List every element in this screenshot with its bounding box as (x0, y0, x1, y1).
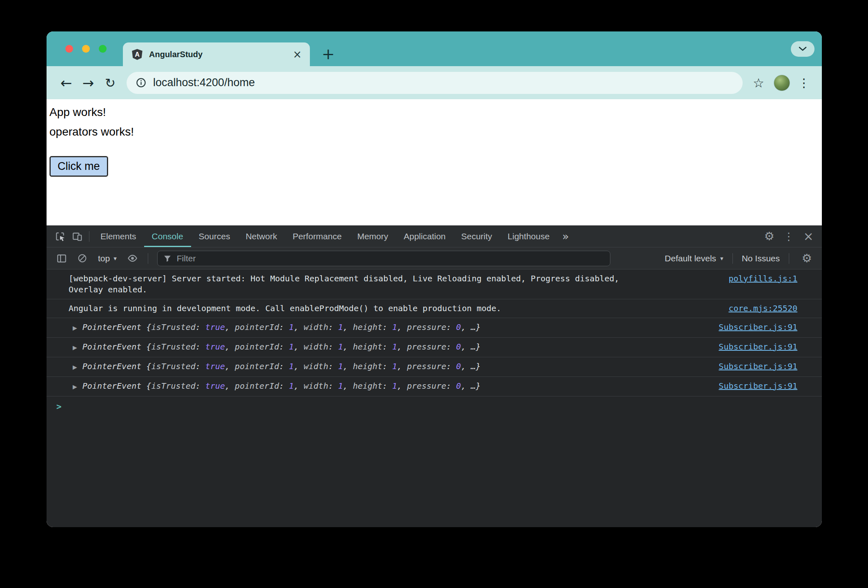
console-sidebar-toggle-button[interactable] (53, 250, 70, 267)
browser-window: A AngularStudy × + ← → ↻ (47, 31, 822, 527)
console-source-link[interactable]: Subscriber.js:91 (719, 341, 797, 352)
operators-works-text: operators works! (49, 125, 822, 138)
sidebar-panel-icon (56, 253, 67, 264)
console-output: [webpack-dev-server] Server started: Hot… (47, 270, 822, 527)
log-levels-label: Default levels (665, 254, 716, 263)
chevron-down-icon (798, 46, 807, 51)
expand-triangle-icon: ▶ (73, 362, 77, 373)
console-message-row: [webpack-dev-server] Server started: Hot… (47, 270, 822, 299)
console-message-text: [webpack-dev-server] Server started: Hot… (69, 273, 636, 295)
device-toolbar-button[interactable] (69, 228, 86, 245)
console-prompt[interactable]: > (47, 396, 822, 412)
console-source-link[interactable]: Subscriber.js:91 (719, 381, 797, 392)
forward-button[interactable]: → (78, 73, 98, 93)
console-object-expander[interactable]: ▶PointerEvent {isTrusted: true, pointerI… (73, 322, 481, 334)
more-tabs-button[interactable]: » (557, 225, 574, 247)
console-source-link[interactable]: Subscriber.js:91 (719, 322, 797, 333)
clear-console-button[interactable] (73, 250, 91, 267)
devtools-tab-memory[interactable]: Memory (349, 225, 396, 247)
reload-button[interactable]: ↻ (100, 73, 120, 93)
bookmark-star-icon[interactable]: ☆ (749, 74, 768, 92)
devtools-tab-network[interactable]: Network (238, 225, 285, 247)
devtools-tab-lighthouse[interactable]: Lighthouse (500, 225, 557, 247)
console-source-link[interactable]: polyfills.js:1 (728, 273, 797, 284)
console-event-row: ▶PointerEvent {isTrusted: true, pointerI… (47, 357, 822, 377)
console-object-expander[interactable]: ▶PointerEvent {isTrusted: true, pointerI… (73, 341, 481, 353)
console-source-link[interactable]: Subscriber.js:91 (719, 361, 797, 372)
expand-triangle-icon: ▶ (73, 342, 77, 353)
expand-triangle-icon: ▶ (73, 381, 77, 392)
browser-toolbar: ← → ↻ localhost:4200/home ☆ ⋮ (47, 66, 822, 99)
caret-down-icon: ▾ (114, 255, 117, 262)
console-event-rows: ▶PointerEvent {isTrusted: true, pointerI… (47, 318, 822, 396)
tab-close-icon[interactable]: × (293, 49, 302, 60)
object-preview: PointerEvent {isTrusted: true, pointerId… (82, 361, 481, 372)
url-text: localhost:4200/home (153, 76, 255, 89)
back-button[interactable]: ← (56, 73, 76, 93)
browser-tab[interactable]: A AngularStudy × (123, 42, 310, 66)
tab-title: AngularStudy (149, 50, 287, 59)
devtools-tabbar: Elements Console Sources Network Perform… (47, 225, 822, 247)
console-object-expander[interactable]: ▶PointerEvent {isTrusted: true, pointerI… (73, 381, 481, 392)
devtools-menu-kebab-icon[interactable]: ⋮ (780, 228, 797, 245)
expand-triangle-icon: ▶ (73, 323, 77, 334)
device-toolbar-icon (72, 231, 82, 242)
console-object-expander[interactable]: ▶PointerEvent {isTrusted: true, pointerI… (73, 361, 481, 373)
console-settings-gear-icon[interactable]: ⚙ (798, 250, 815, 267)
filter-funnel-icon (163, 254, 172, 263)
window-controls (65, 31, 107, 66)
devtools-tab-performance[interactable]: Performance (285, 225, 349, 247)
minimize-window-button[interactable] (82, 45, 90, 53)
close-window-button[interactable] (65, 45, 73, 53)
zoom-window-button[interactable] (99, 45, 107, 53)
devtools-tab-console[interactable]: Console (144, 225, 191, 247)
devtools-panel: Elements Console Sources Network Perform… (47, 225, 822, 527)
console-source-link[interactable]: core.mjs:25520 (728, 303, 797, 314)
profile-avatar[interactable] (774, 75, 790, 91)
devtools-settings-gear-icon[interactable]: ⚙ (761, 228, 778, 245)
object-preview: PointerEvent {isTrusted: true, pointerId… (82, 341, 481, 352)
console-context-selector[interactable]: top ▾ (94, 254, 121, 263)
clear-console-icon (77, 253, 87, 263)
console-toolbar-right: Default levels ▾ No Issues ⚙ (665, 250, 815, 267)
devtools-toolbar-actions: ⚙ ⋮ × (761, 225, 817, 247)
divider (89, 231, 89, 242)
angular-favicon-icon: A (131, 48, 143, 60)
console-message-text: Angular is running in development mode. … (69, 303, 501, 314)
browser-menu-kebab-icon[interactable]: ⋮ (796, 75, 812, 91)
svg-text:A: A (135, 51, 140, 58)
filter-text-field[interactable] (177, 254, 605, 263)
devtools-tab-security[interactable]: Security (453, 225, 500, 247)
eye-icon (127, 253, 138, 264)
devtools-tab-elements[interactable]: Elements (93, 225, 144, 247)
desktop-background: A AngularStudy × + ← → ↻ (0, 0, 868, 588)
console-event-row: ▶PointerEvent {isTrusted: true, pointerI… (47, 377, 822, 396)
log-levels-dropdown[interactable]: Default levels ▾ (665, 254, 723, 263)
devtools-close-icon[interactable]: × (800, 228, 817, 245)
object-preview: PointerEvent {isTrusted: true, pointerId… (82, 381, 481, 392)
console-prompt-icon: > (56, 402, 62, 412)
address-bar[interactable]: localhost:4200/home (127, 72, 743, 94)
live-expression-button[interactable] (124, 250, 141, 267)
tab-search-button[interactable] (791, 41, 815, 57)
divider (789, 253, 789, 264)
inspect-cursor-icon (55, 231, 65, 242)
app-works-text: App works! (49, 106, 822, 119)
tab-strip: A AngularStudy × + (47, 31, 822, 66)
divider (148, 253, 148, 264)
object-preview: PointerEvent {isTrusted: true, pointerId… (82, 322, 481, 333)
divider (732, 253, 733, 264)
console-event-row: ▶PointerEvent {isTrusted: true, pointerI… (47, 338, 822, 357)
console-toolbar: top ▾ Defa (47, 247, 822, 270)
devtools-tab-sources[interactable]: Sources (191, 225, 238, 247)
console-filter-input[interactable] (157, 251, 610, 266)
new-tab-button[interactable]: + (319, 45, 337, 63)
inspect-element-button[interactable] (51, 228, 69, 245)
context-label: top (98, 254, 110, 263)
issues-counter[interactable]: No Issues (742, 254, 780, 263)
devtools-tab-application[interactable]: Application (396, 225, 454, 247)
caret-down-icon: ▾ (720, 255, 723, 262)
click-me-button[interactable]: Click me (50, 156, 108, 176)
site-info-icon[interactable] (136, 77, 147, 88)
console-event-row: ▶PointerEvent {isTrusted: true, pointerI… (47, 318, 822, 338)
